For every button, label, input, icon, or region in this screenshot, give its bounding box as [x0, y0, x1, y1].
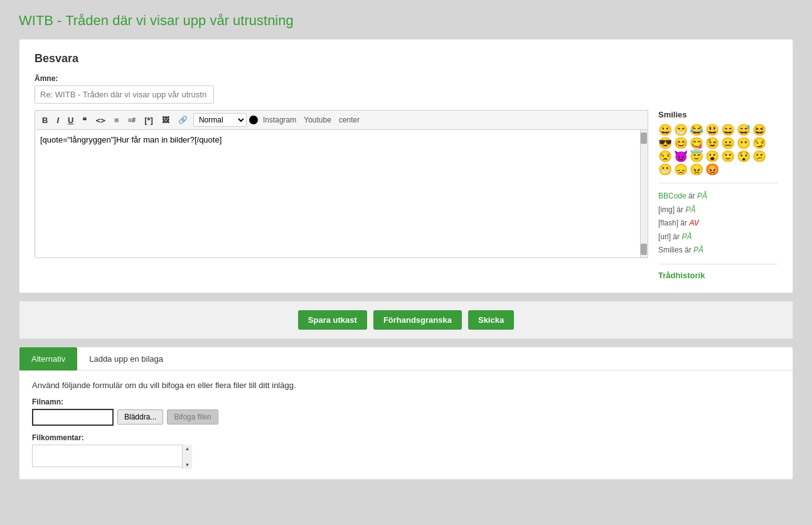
list-unordered-button[interactable]: ≡	[111, 114, 122, 126]
smiley[interactable]: 😁	[674, 124, 688, 136]
subject-label: Ämne:	[35, 74, 777, 83]
smilies-status: PÅ	[693, 246, 703, 254]
spoiler-button[interactable]: [*]	[141, 114, 156, 126]
flash-line: [flash] är AV	[658, 217, 777, 230]
scroll-up-arrow[interactable]: ▲	[185, 446, 190, 452]
attach-button: Bifoga filen	[167, 409, 218, 425]
code-button[interactable]: <>	[92, 114, 109, 126]
smiley[interactable]: 😯	[737, 151, 751, 162]
filkommentar-input[interactable]	[32, 445, 192, 467]
filkommentar-scrollbar[interactable]: ▲ ▼	[182, 445, 192, 469]
url-status: PÅ	[681, 232, 692, 241]
smiley[interactable]: 😡	[705, 164, 719, 175]
center-button[interactable]: center	[336, 114, 362, 126]
subject-input[interactable]	[35, 85, 214, 104]
youtube-button[interactable]: Youtube	[301, 114, 334, 126]
divider2	[658, 264, 777, 264]
editor-toolbar: B I U ❝ <> ≡ ≡# [*] 🖼 🔗 Normal Heading 1…	[35, 110, 648, 129]
bbcode-link[interactable]: BBCode	[658, 192, 686, 200]
url-line: [url] är PÅ	[658, 230, 777, 244]
smiley[interactable]: 😄	[721, 124, 735, 136]
action-card: Spara utkast Förhandsgranska Skicka	[19, 301, 793, 339]
smiley[interactable]: 😋	[690, 138, 703, 149]
smiley[interactable]: 🙂	[721, 151, 735, 162]
page-title: WITB - Tråden där vi visar upp vår utrus…	[19, 13, 793, 29]
scroll-thumb-bottom	[641, 244, 647, 255]
scroll-thumb-top	[641, 133, 647, 144]
underline-button[interactable]: U	[65, 114, 77, 126]
tradhistorik-link[interactable]: Trådhistorik	[658, 271, 705, 280]
smilies-line: Smilies är PÅ	[658, 244, 777, 257]
smiley[interactable]: 😃	[705, 124, 719, 136]
filename-input[interactable]	[32, 409, 114, 426]
italic-button[interactable]: I	[53, 114, 62, 126]
preview-button[interactable]: Förhandsgranska	[373, 310, 462, 330]
filkommentar-label: Filkommentar:	[32, 433, 780, 442]
smiley[interactable]: 😶	[737, 138, 751, 149]
image-button[interactable]: 🖼	[159, 114, 173, 126]
instagram-button[interactable]: Instagram	[260, 114, 299, 126]
filnamn-label: Filnamn:	[32, 398, 780, 406]
bold-button[interactable]: B	[39, 114, 51, 126]
list-ordered-button[interactable]: ≡#	[125, 115, 139, 125]
smiley[interactable]: 😠	[690, 164, 703, 175]
tabs-content: Använd följande formulär om du vill bifo…	[19, 371, 793, 479]
smiley[interactable]: 😅	[737, 124, 751, 136]
smiley[interactable]: 😒	[658, 151, 672, 162]
tab-upload[interactable]: Ladda upp en bilaga	[77, 347, 175, 371]
font-select[interactable]: Normal Heading 1 Heading 2 Heading 3	[193, 113, 247, 127]
reply-card: Besvara Ämne: B I U ❝ <> ≡ ≡# [*] 🖼 🔗	[19, 39, 793, 293]
textarea-wrapper: [quote="långryggen"]Hur får man in bilde…	[35, 129, 648, 258]
smiley[interactable]: 😇	[690, 151, 703, 162]
tab-alternativ[interactable]: Alternativ	[19, 347, 77, 371]
flash-status: AV	[689, 219, 698, 227]
attach-description: Använd följande formulär om du vill bifo…	[32, 381, 780, 390]
smiley[interactable]: 😊	[674, 138, 688, 149]
img-line: [img] är PÅ	[658, 203, 777, 217]
smiley[interactable]: 😬	[658, 164, 672, 175]
reply-textarea[interactable]: [quote="långryggen"]Hur får man in bilde…	[35, 130, 648, 256]
smilies-title: Smilies	[658, 110, 777, 119]
smilies-grid: 😀 😁 😂 😃 😄 😅 😆 😎 😊 😋 😉 😐 😶 😏 😒 😈	[658, 124, 777, 175]
tabs-card: Alternativ Ladda upp en bilaga Använd fö…	[19, 347, 793, 480]
smiley[interactable]: 😮	[705, 151, 719, 162]
divider	[658, 183, 777, 183]
browse-button[interactable]: Bläddra...	[117, 409, 163, 425]
smiley[interactable]: 😂	[690, 124, 703, 136]
color-picker[interactable]	[249, 116, 258, 124]
bbcode-status: PÅ	[697, 192, 707, 200]
smiley[interactable]: 😏	[752, 138, 766, 149]
editor-main: B I U ❝ <> ≡ ≡# [*] 🖼 🔗 Normal Heading 1…	[35, 110, 648, 280]
save-draft-button[interactable]: Spara utkast	[298, 310, 367, 330]
bbcode-info: BBCode är PÅ [img] är PÅ [flash] är AV	[658, 190, 777, 257]
submit-button[interactable]: Skicka	[468, 310, 514, 330]
scrollbar[interactable]	[640, 130, 648, 257]
quote-button[interactable]: ❝	[79, 114, 90, 126]
smiley[interactable]: 😞	[674, 164, 688, 175]
editor-area: B I U ❝ <> ≡ ≡# [*] 🖼 🔗 Normal Heading 1…	[35, 110, 777, 280]
img-status: PÅ	[685, 205, 695, 214]
reply-heading: Besvara	[35, 52, 777, 65]
filkommentar-wrapper: ▲ ▼	[32, 445, 192, 469]
smiley[interactable]: 😕	[752, 151, 766, 162]
smiley[interactable]: 😀	[658, 124, 672, 136]
smiley[interactable]: 😎	[658, 138, 672, 149]
smiley[interactable]: 😆	[752, 124, 766, 136]
scroll-down-arrow[interactable]: ▼	[185, 462, 190, 468]
link-button[interactable]: 🔗	[175, 114, 191, 126]
bbcode-line: BBCode är PÅ	[658, 190, 777, 203]
smiley[interactable]: 😈	[674, 151, 688, 162]
file-row: Bläddra... Bifoga filen	[32, 409, 780, 426]
smiley[interactable]: 😐	[721, 138, 735, 149]
tabs-header: Alternativ Ladda upp en bilaga	[19, 347, 793, 371]
smiley[interactable]: 😉	[705, 138, 719, 149]
smilies-panel: Smilies 😀 😁 😂 😃 😄 😅 😆 😎 😊 😋 😉 😐 😶 😏	[658, 110, 777, 280]
